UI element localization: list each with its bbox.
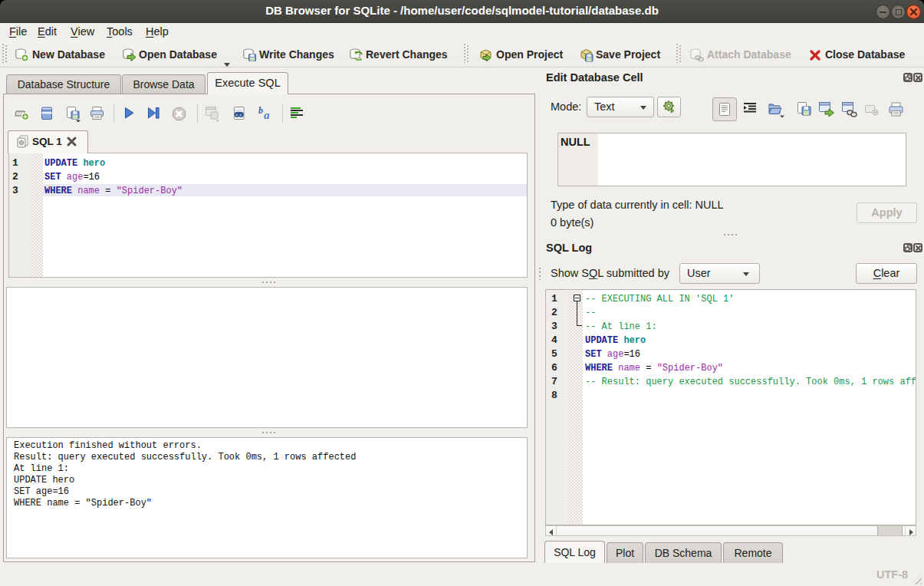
svg-text:a: a xyxy=(264,109,270,121)
svg-text:b: b xyxy=(258,105,263,116)
